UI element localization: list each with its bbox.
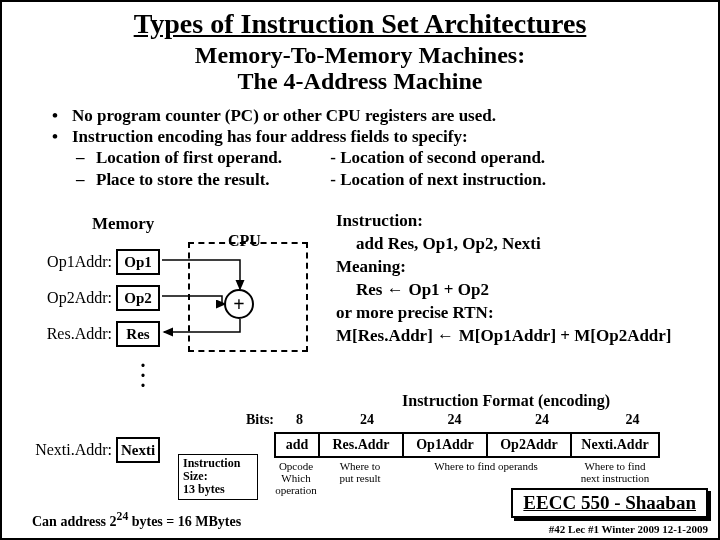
instruction-format: add Res.Addr Op1Addr Op2Addr Nexti.Addr: [274, 432, 660, 458]
field-res: Res.Addr: [318, 432, 402, 458]
bottom-exp: 24: [117, 510, 129, 523]
bullet-2b-right: - Location of next instruction.: [330, 170, 546, 189]
rtn-line: M[Res.Addr] ← M[Op1Addr] + M[Op2Addr]: [336, 325, 672, 348]
field-op2: Op2Addr: [486, 432, 570, 458]
bits-3: 24: [500, 412, 584, 428]
left-arrow-icon-2: ←: [437, 326, 459, 345]
bullet-2a-left: Location of first operand.: [96, 147, 326, 168]
slide: Types of Instruction Set Architectures M…: [0, 0, 720, 540]
memory-label: Memory: [92, 214, 154, 234]
mem-cell-op2: Op2: [116, 285, 160, 311]
bullet-2: Instruction encoding has four address fi…: [52, 126, 718, 147]
desc-opcode-l1: Opcode: [279, 460, 313, 472]
bits-label: Bits:: [232, 412, 274, 428]
mem-addr-op1: Op1Addr:: [30, 253, 116, 271]
mem-cell-res: Res: [116, 321, 160, 347]
mem-addr-op2: Op2Addr:: [30, 289, 116, 307]
bullet-2b: Place to store the result. - Location of…: [52, 169, 718, 190]
desc-nexti-l1: Where to find: [584, 460, 645, 472]
slide-meta-footer: #42 Lec #1 Winter 2009 12-1-2009: [549, 523, 708, 535]
mem-row-op2: Op2Addr: Op2: [30, 283, 170, 313]
bits-0: 8: [278, 412, 322, 428]
mem-row-res: Res.Addr: Res: [30, 319, 170, 349]
bottom-pre: Can address 2: [32, 514, 117, 529]
bits-row: Bits: 8 24 24 24 24: [232, 412, 678, 428]
meaning-lhs: Res: [356, 280, 382, 299]
vertical-dots-icon: ...: [122, 355, 166, 385]
mem-addr-nexti: Nexti.Addr:: [30, 441, 116, 459]
mem-addr-res: Res.Addr:: [30, 325, 116, 343]
field-nexti: Nexti.Addr: [570, 432, 660, 458]
rtn-heading: or more precise RTN:: [336, 302, 672, 325]
desc-res-l2: put result: [339, 472, 380, 484]
isize-l1: Instruction: [183, 456, 240, 470]
adder-icon: +: [224, 289, 254, 319]
desc-opcode-l2: Which: [281, 472, 310, 484]
bullet-1: No program counter (PC) or other CPU reg…: [52, 105, 718, 126]
bullet-2a-right: - Location of second operand.: [330, 148, 545, 167]
rtn-rhs: M[Op1Addr] + M[Op2Addr]: [459, 326, 672, 345]
meaning-rhs: Op1 + Op2: [408, 280, 489, 299]
mem-row-nexti: Nexti.Addr: Nexti: [30, 435, 170, 465]
subtitle-line2: The 4-Address Machine: [238, 68, 483, 94]
slide-title: Types of Instruction Set Architectures: [2, 8, 718, 40]
isize-l2: Size:: [183, 469, 208, 483]
instruction-example: add Res, Op1, Op2, Nexti: [356, 233, 672, 256]
slide-subtitle: Memory-To-Memory Machines: The 4-Address…: [2, 42, 718, 95]
field-opcode: add: [274, 432, 318, 458]
bottom-post: bytes = 16 MBytes: [128, 514, 241, 529]
rtn-lhs: M[Res.Addr]: [336, 326, 433, 345]
memory-column: Op1Addr: Op1 Op2Addr: Op2 Res.Addr: Res …: [30, 247, 170, 471]
explanation-block: Instruction: add Res, Op1, Op2, Nexti Me…: [336, 210, 672, 348]
bits-4: 24: [588, 412, 678, 428]
instruction-size-box: Instruction Size: 13 bytes: [178, 454, 258, 500]
format-title: Instruction Format (encoding): [402, 392, 610, 410]
isize-l3: 13 bytes: [183, 482, 225, 496]
meaning-line: Res ← Op1 + Op2: [356, 279, 672, 302]
desc-nexti-l2: next instruction: [581, 472, 650, 484]
mem-cell-nexti: Nexti: [116, 437, 160, 463]
desc-opcode: Opcode Which operation: [274, 460, 318, 496]
bits-2: 24: [413, 412, 497, 428]
mem-row-op1: Op1Addr: Op1: [30, 247, 170, 277]
address-space-note: Can address 224 bytes = 16 MBytes: [32, 510, 241, 530]
mem-cell-op1: Op1: [116, 249, 160, 275]
bullet-2a: Location of first operand. - Location of…: [52, 147, 718, 168]
bullet-2b-left: Place to store the result.: [96, 169, 326, 190]
instruction-heading: Instruction:: [336, 210, 672, 233]
subtitle-line1: Memory-To-Memory Machines:: [195, 42, 525, 68]
bullet-list: No program counter (PC) or other CPU reg…: [52, 105, 718, 190]
field-op1: Op1Addr: [402, 432, 486, 458]
left-arrow-icon: ←: [387, 280, 409, 299]
desc-opcode-l3: operation: [275, 484, 317, 496]
desc-res: Where to put result: [318, 460, 402, 496]
course-footer: EECC 550 - Shaaban: [511, 488, 708, 518]
bits-1: 24: [325, 412, 409, 428]
meaning-heading: Meaning:: [336, 256, 672, 279]
desc-res-l1: Where to: [340, 460, 381, 472]
